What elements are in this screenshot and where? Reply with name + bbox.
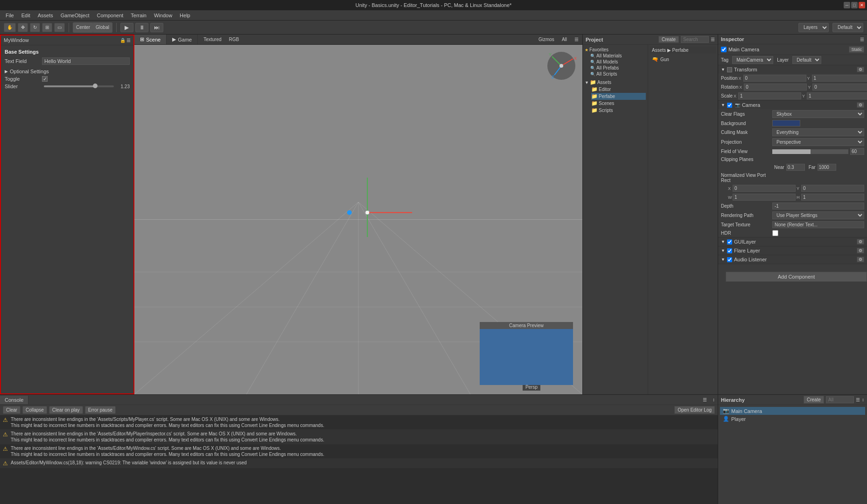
rotate-tool-button[interactable]: ↻ [30, 23, 40, 32]
vp-w-input[interactable] [733, 194, 796, 201]
toggle-checkbox[interactable]: ✓ [42, 76, 48, 82]
transform-settings-icon[interactable]: ⚙ [857, 67, 864, 72]
object-active-checkbox[interactable] [721, 47, 727, 52]
panel-lock-button[interactable]: 🔒 [120, 38, 126, 43]
fov-slider[interactable] [772, 149, 848, 154]
game-tab[interactable]: ▶ Game [167, 35, 198, 44]
step-button[interactable]: ⏭ [150, 23, 163, 32]
menu-assets[interactable]: Assets [34, 12, 57, 19]
hierarchy-menu-button[interactable]: ☰ [856, 397, 860, 402]
play-button[interactable]: ▶ [120, 23, 133, 32]
vp-h-input[interactable] [801, 194, 864, 201]
flare-layer-settings-icon[interactable]: ⚙ [857, 248, 864, 253]
rot-x-input[interactable] [744, 84, 807, 91]
perfabe-folder-item[interactable]: 📁 Perfabe [591, 93, 646, 100]
editor-folder-item[interactable]: 📁 Editor [591, 86, 646, 93]
slider-thumb[interactable] [93, 84, 98, 88]
hand-tool-button[interactable]: ✋ [4, 23, 16, 32]
pause-button[interactable]: ⏸ [135, 23, 148, 32]
assets-section[interactable]: ▼ 📁 Assets [585, 79, 646, 86]
scene-panel-close[interactable]: ☰ [574, 37, 579, 42]
render-path-dropdown[interactable]: Use Player Settings [772, 211, 864, 219]
rot-y-input[interactable] [812, 84, 867, 91]
close-button[interactable]: ✕ [859, 2, 865, 8]
static-button[interactable]: Static [849, 46, 864, 53]
add-component-button[interactable]: Add Component [726, 272, 867, 282]
rect-tool-button[interactable]: ▭ [54, 23, 65, 32]
hierarchy-item-player[interactable]: 👤 Player [720, 415, 865, 423]
depth-value-input[interactable] [772, 203, 864, 210]
audio-listener-enable-checkbox[interactable] [727, 257, 732, 262]
culling-mask-dropdown[interactable]: Everything [772, 128, 864, 136]
background-color-swatch[interactable] [772, 120, 800, 126]
console-menu-button[interactable]: ☰ [700, 396, 710, 403]
audio-listener-settings-icon[interactable]: ⚙ [857, 257, 864, 262]
clear-on-play-button[interactable]: Clear on play [49, 406, 83, 414]
slider-track[interactable] [44, 85, 114, 87]
all-scripts-item[interactable]: 🔍 All Scripts [590, 71, 646, 77]
all-models-item[interactable]: 🔍 All Models [590, 59, 646, 65]
menu-help[interactable]: Help [176, 12, 194, 19]
hdr-checkbox[interactable] [772, 230, 778, 236]
maximize-button[interactable]: □ [851, 2, 858, 8]
scale-x-input[interactable] [738, 92, 801, 99]
project-search-input[interactable] [681, 36, 709, 43]
clear-flags-dropdown[interactable]: Skybox [772, 110, 864, 118]
gui-layer-header[interactable]: ▼ GUILayer ⚙ [718, 238, 867, 246]
layout-dropdown[interactable]: Default [832, 23, 863, 32]
minimize-button[interactable]: ─ [844, 2, 850, 8]
collapse-button[interactable]: Collapse [22, 406, 47, 414]
layer-dropdown[interactable]: Default [792, 56, 821, 64]
textured-dropdown[interactable]: Textured [202, 36, 223, 42]
gui-layer-settings-icon[interactable]: ⚙ [857, 239, 864, 245]
camera-enable-checkbox[interactable] [727, 103, 732, 108]
camera-settings-icon[interactable]: ⚙ [857, 102, 864, 108]
menu-file[interactable]: File [2, 12, 18, 19]
hierarchy-item-main-camera[interactable]: 📷 Main Camera [720, 407, 865, 415]
panel-menu-button[interactable]: ☰ [126, 38, 131, 43]
project-menu-button[interactable]: ☰ [711, 36, 715, 43]
near-value-input[interactable] [786, 164, 805, 171]
hierarchy-create-button[interactable]: Create [804, 396, 824, 404]
scene-tab[interactable]: ⊞ Scene [134, 35, 167, 44]
clear-button[interactable]: Clear [3, 406, 21, 414]
hierarchy-search-input[interactable] [826, 396, 854, 403]
scale-tool-button[interactable]: ⊞ [42, 23, 52, 32]
menu-window[interactable]: Window [150, 12, 176, 19]
error-pause-button[interactable]: Error pause [85, 406, 116, 414]
flare-layer-enable-checkbox[interactable] [727, 248, 732, 253]
target-texture-input[interactable] [772, 221, 864, 228]
menu-edit[interactable]: Edit [18, 12, 34, 19]
all-dropdown[interactable]: All [560, 36, 569, 42]
text-field-input[interactable] [42, 57, 130, 65]
favorites-section[interactable]: ★ Favorites [585, 47, 646, 53]
console-collapse-button[interactable]: ↕ [710, 396, 718, 403]
flare-layer-header[interactable]: ▼ Flare Layer ⚙ [718, 246, 867, 255]
all-materials-item[interactable]: 🔍 All Materials [590, 53, 646, 59]
center-button[interactable]: Center [73, 23, 93, 32]
far-value-input[interactable] [818, 164, 836, 171]
rgb-dropdown[interactable]: RGB [227, 36, 241, 42]
gizmos-dropdown[interactable]: Gizmos [537, 36, 556, 42]
tag-dropdown[interactable]: MainCamera [732, 56, 773, 64]
gun-item[interactable]: 🔫 Gun [650, 56, 716, 63]
pos-y-input[interactable] [812, 75, 867, 82]
hierarchy-collapse-button[interactable]: ↕ [862, 397, 864, 402]
pos-x-input[interactable] [743, 75, 806, 82]
move-tool-button[interactable]: ✥ [18, 23, 28, 32]
layers-dropdown[interactable]: Layers [798, 23, 829, 32]
global-button[interactable]: Global [93, 23, 112, 32]
scale-y-input[interactable] [807, 92, 867, 99]
audio-listener-header[interactable]: ▼ Audio Listener ⚙ [718, 255, 867, 264]
project-create-button[interactable]: Create [658, 36, 679, 43]
camera-header[interactable]: ▼ 📷 Camera ⚙ [718, 101, 867, 109]
console-tab[interactable]: Console [0, 396, 28, 404]
inspector-menu-button[interactable]: ☰ [860, 37, 864, 42]
menu-component[interactable]: Component [93, 12, 127, 19]
fov-value-input[interactable] [850, 148, 864, 155]
gui-layer-enable-checkbox[interactable] [727, 239, 732, 245]
projection-dropdown[interactable]: Perspective [772, 138, 864, 146]
scripts-folder-item[interactable]: 📁 Scripts [591, 107, 646, 114]
vp-y-input[interactable] [801, 185, 864, 192]
menu-gameobject[interactable]: GameObject [57, 12, 93, 19]
